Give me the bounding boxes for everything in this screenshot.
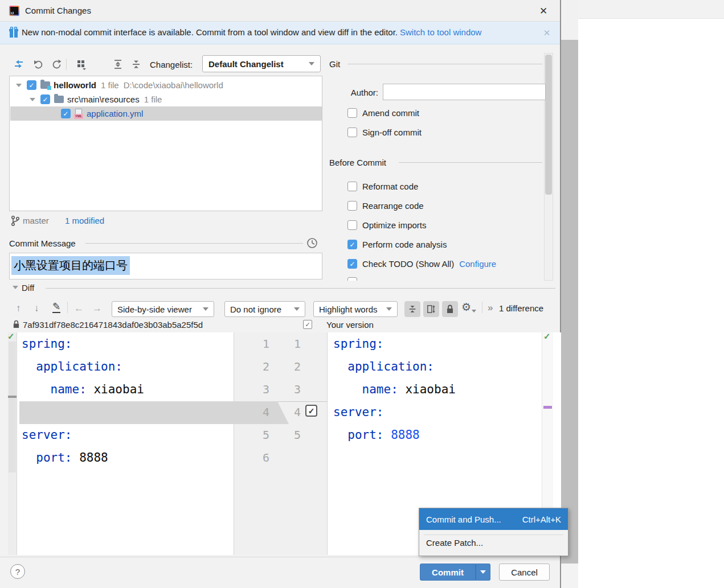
rearrange-code-option[interactable]: ✓ Rearrange code	[347, 201, 424, 211]
signoff-commit-option[interactable]: ✓ Sign-off commit	[347, 128, 422, 137]
chevron-down-icon	[203, 307, 208, 311]
previous-difference-icon[interactable]: ↑	[16, 303, 21, 313]
line-number: 6	[243, 446, 269, 469]
yml-file-icon: YML	[74, 109, 83, 119]
line-number: 5	[275, 423, 301, 446]
optimize-imports-option[interactable]: ✓ Optimize imports	[347, 220, 427, 230]
line-number: 2	[275, 355, 301, 378]
check-todo-option[interactable]: ✓ Check TODO (Show All) Configure	[347, 259, 496, 269]
line-number: 5	[243, 423, 269, 446]
diff-section-label: Diff	[22, 283, 34, 293]
collapse-unchanged-toggle[interactable]	[404, 301, 420, 317]
code-analysis-checkbox[interactable]: ✓	[347, 240, 357, 249]
folder-icon	[54, 96, 64, 103]
checkbox-resources[interactable]: ✓	[40, 94, 50, 104]
checkbox-application-yml[interactable]: ✓	[61, 109, 71, 118]
next-difference-icon[interactable]: ↓	[34, 303, 39, 313]
background-window-edge	[561, 0, 578, 40]
tree-row-application-yml[interactable]: ✓ YML application.yml	[10, 106, 322, 121]
gift-icon	[9, 27, 19, 38]
rollback-icon[interactable]	[32, 58, 44, 71]
refresh-icon[interactable]	[50, 58, 63, 71]
include-change-checkbox[interactable]: ✓	[305, 405, 317, 417]
code-line: spring:	[328, 332, 561, 355]
reformat-code-checkbox[interactable]: ✓	[347, 182, 357, 191]
diff-settings-button[interactable]: ⚙	[461, 302, 476, 312]
modified-count-link[interactable]: 1 modified	[65, 216, 104, 225]
edit-source-icon[interactable]: ✎	[52, 302, 60, 313]
tree-row-helloworld[interactable]: ✓ helloworld 1 file D:\code\xiaobai\hell…	[10, 78, 322, 92]
no-problems-icon-right: ✓	[543, 331, 551, 342]
screen: IJ Commit Changes ✕ New non-modal commit…	[0, 0, 724, 588]
signoff-commit-checkbox[interactable]: ✓	[347, 128, 357, 137]
viewer-mode-dropdown[interactable]: Side-by-side viewer	[112, 301, 214, 317]
collapse-all-icon[interactable]	[130, 58, 142, 71]
include-all-changes-checkbox[interactable]: ✓	[303, 320, 312, 329]
tree-row-resources[interactable]: ✓ src\main\resources 1 file	[10, 92, 322, 106]
clipped-option[interactable]	[347, 277, 357, 281]
optimize-imports-checkbox[interactable]: ✓	[347, 220, 357, 230]
highlight-policy-dropdown[interactable]: Highlight words	[313, 301, 398, 317]
menu-item-create-patch[interactable]: Create Patch...	[426, 538, 483, 548]
line-number: 4	[275, 401, 301, 423]
code-line: application:	[17, 355, 234, 378]
overflow-chevrons-icon[interactable]: »	[488, 303, 493, 312]
commit-button[interactable]: Commit	[420, 564, 476, 581]
code-line: name: xiaobai	[328, 378, 561, 401]
diff-collapse-icon[interactable]	[13, 286, 18, 289]
commit-message-input[interactable]: 小黑设置项目的端口号	[9, 253, 322, 279]
menu-shortcut: Ctrl+Alt+K	[522, 515, 561, 524]
code-line: server:	[328, 401, 561, 423]
commit-changes-dialog: IJ Commit Changes ✕ New non-modal commit…	[0, 0, 561, 588]
chevron-down-icon[interactable]	[30, 98, 35, 101]
changelist-dropdown[interactable]: Default Changelist	[202, 55, 321, 72]
switch-to-tool-window-link[interactable]: Switch to tool window	[400, 27, 481, 37]
cancel-button[interactable]: Cancel	[499, 564, 550, 581]
before-commit-group-title: Before Commit	[329, 158, 386, 167]
code-analysis-option[interactable]: ✓ Perform code analysis	[347, 240, 447, 249]
check-todo-checkbox[interactable]: ✓	[347, 259, 357, 269]
toolbar-separator	[482, 302, 482, 313]
banner-message: New non-modal commit interface is availa…	[22, 27, 481, 37]
commit-options-arrow-button[interactable]	[476, 564, 490, 581]
code-line: port: 8888	[17, 446, 234, 469]
author-input[interactable]	[383, 84, 546, 100]
help-button[interactable]: ?	[10, 564, 25, 579]
amend-commit-checkbox[interactable]: ✓	[347, 108, 357, 118]
reformat-code-option[interactable]: ✓ Reformat code	[347, 182, 418, 191]
close-icon[interactable]: ✕	[536, 4, 551, 18]
sync-scroll-toggle[interactable]	[423, 301, 439, 317]
whitespace-policy-dropdown[interactable]: Do not ignore	[224, 301, 305, 317]
module-folder-icon	[40, 81, 50, 89]
amend-commit-option[interactable]: ✓ Amend commit	[347, 108, 419, 118]
diff-left-editor[interactable]: spring: application: name: xiaobai serve…	[17, 332, 234, 555]
background-window-topbar	[578, 0, 724, 19]
chevron-down-icon[interactable]	[16, 84, 22, 87]
message-history-icon[interactable]	[306, 237, 318, 249]
compare-previous-file-icon[interactable]: ←	[74, 303, 84, 313]
expand-all-icon[interactable]	[112, 58, 124, 71]
dialog-titlebar[interactable]: IJ Commit Changes ✕	[0, 0, 560, 22]
compare-next-file-icon[interactable]: →	[92, 303, 102, 313]
checkbox-helloworld[interactable]: ✓	[27, 80, 36, 90]
branch-name: master	[23, 216, 49, 225]
gear-icon: ⚙	[461, 302, 471, 312]
lock-scroll-toggle[interactable]	[442, 301, 458, 317]
show-diff-icon[interactable]	[13, 58, 25, 71]
menu-item-commit-and-push[interactable]: Commit and Push... Ctrl+Alt+K	[419, 508, 568, 530]
background-window-edge	[561, 564, 578, 588]
banner-close-icon[interactable]: ✕	[541, 27, 553, 39]
line-number: 3	[275, 378, 301, 401]
configure-todo-link[interactable]: Configure	[459, 259, 496, 269]
rearrange-code-checkbox[interactable]: ✓	[347, 201, 357, 211]
code-line: name: xiaobai	[17, 378, 234, 401]
revision-hash: 7af931df78e8c216471843daf0e3b03ab5a25f5d	[23, 320, 203, 330]
line-number: 1	[243, 332, 269, 355]
notification-banner: New non-modal commit interface is availa…	[0, 22, 560, 44]
commit-message-text: 小黑设置项目的端口号	[11, 256, 130, 275]
left-editor-scrollbar[interactable]	[8, 332, 17, 555]
collapse-unchanged-icon	[408, 305, 417, 314]
chevron-down-icon	[480, 570, 486, 574]
group-by-icon[interactable]	[75, 58, 88, 71]
clipped-checkbox[interactable]	[347, 277, 357, 281]
